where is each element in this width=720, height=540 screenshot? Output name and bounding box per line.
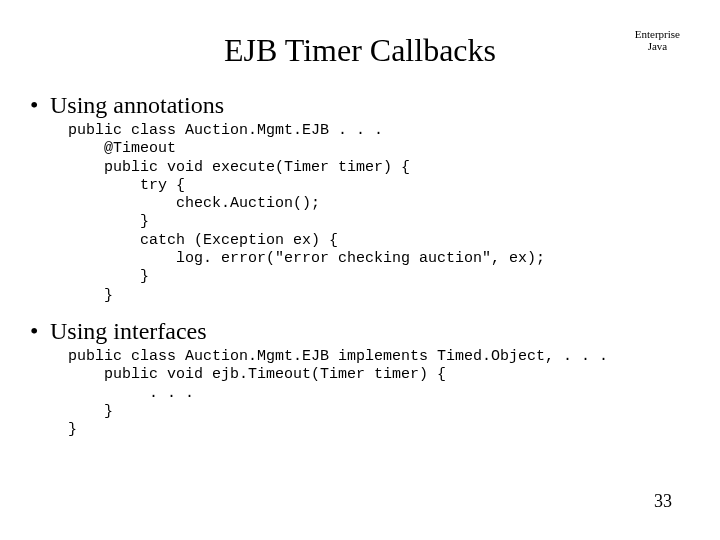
corner-label: Enterprise Java	[635, 28, 680, 52]
code-block-interfaces: public class Auction.Mgmt.EJB implements…	[68, 348, 608, 439]
corner-line-2: Java	[635, 40, 680, 52]
corner-line-1: Enterprise	[635, 28, 680, 40]
bullet-dot-icon: •	[30, 92, 50, 119]
bullet-dot-icon: •	[30, 318, 50, 345]
bullet-annotations: •Using annotations	[30, 92, 224, 119]
bullet-interfaces: •Using interfaces	[30, 318, 207, 345]
page-number: 33	[654, 491, 672, 512]
bullet-text: Using annotations	[50, 92, 224, 118]
slide-title: EJB Timer Callbacks	[0, 32, 720, 69]
slide: EJB Timer Callbacks Enterprise Java •Usi…	[0, 0, 720, 540]
bullet-text: Using interfaces	[50, 318, 207, 344]
code-block-annotations: public class Auction.Mgmt.EJB . . . @Tim…	[68, 122, 545, 305]
